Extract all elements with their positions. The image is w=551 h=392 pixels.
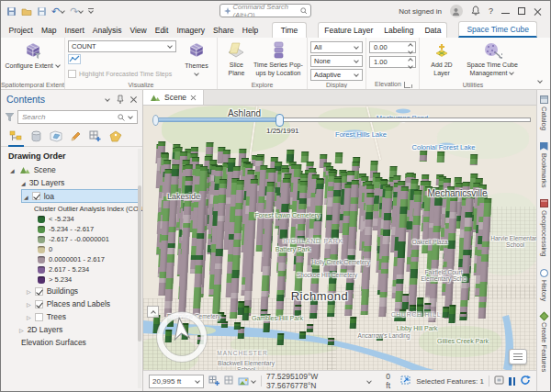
display-mode-icon[interactable] bbox=[238, 376, 256, 386]
expander-icon[interactable] bbox=[27, 299, 31, 308]
tree-item-3d-layers[interactable]: 3D Layers bbox=[1, 176, 142, 189]
display-combo-1[interactable]: None bbox=[310, 55, 363, 67]
save-as-icon[interactable] bbox=[37, 6, 47, 17]
scale-combo[interactable]: 20,995 ft bbox=[149, 375, 204, 388]
signin-status[interactable]: Not signed in bbox=[399, 7, 442, 16]
menu-tab-insert[interactable]: Insert bbox=[61, 23, 88, 38]
time-series-popups-button[interactable]: Time Series Pop-ups by Location bbox=[253, 40, 304, 78]
variable-combo[interactable]: COUNT bbox=[68, 40, 176, 52]
undo-icon[interactable]: ↶ bbox=[51, 6, 65, 17]
spinner-arrows[interactable] bbox=[408, 41, 413, 54]
tree-item-loa[interactable]: loa bbox=[21, 189, 139, 203]
minimize-button[interactable] bbox=[501, 13, 510, 14]
redo-icon[interactable]: ↷ bbox=[70, 6, 84, 17]
time-slider[interactable]: 1/25/1991 bbox=[154, 115, 531, 133]
help-icon[interactable]: ? bbox=[489, 6, 493, 16]
tab-drawing-order[interactable] bbox=[8, 129, 24, 147]
close-view-icon[interactable] bbox=[191, 95, 197, 100]
layer-checkbox[interactable] bbox=[32, 192, 40, 200]
command-search-input[interactable]: Command Search (Alt+Q) bbox=[219, 4, 311, 17]
contextual-tab-data[interactable]: Data bbox=[419, 23, 446, 38]
notifications-bell-icon[interactable] bbox=[471, 6, 480, 17]
menu-tab-help[interactable]: Help bbox=[238, 23, 262, 38]
map-extent-icon[interactable] bbox=[494, 375, 504, 386]
space-time-cube-management-button[interactable]: Space Time Cube Management bbox=[461, 40, 523, 78]
themes-button[interactable]: Themes bbox=[179, 40, 214, 78]
expander-icon[interactable] bbox=[24, 192, 28, 201]
tree-item-places-and-labels[interactable]: Places and Labels bbox=[1, 297, 142, 310]
panel-tab-geoprocessing[interactable]: Geoprocessing bbox=[540, 199, 548, 256]
filter-funnel-icon[interactable] bbox=[6, 113, 14, 121]
time-series-chart-icon[interactable] bbox=[68, 54, 176, 66]
tree-item-scene[interactable]: Scene bbox=[1, 163, 142, 176]
collapse-ribbon-button[interactable] bbox=[526, 38, 550, 89]
contents-scrollbar[interactable] bbox=[138, 149, 141, 388]
maximize-button[interactable] bbox=[518, 7, 525, 15]
tree-item-elevation-surfaces[interactable]: Elevation Surfaces bbox=[1, 336, 142, 349]
layer-checkbox[interactable] bbox=[35, 287, 43, 296]
menu-tab-map[interactable]: Map bbox=[37, 23, 61, 38]
menu-tab-project[interactable]: Project bbox=[5, 23, 37, 38]
pause-drawing-icon[interactable] bbox=[509, 377, 515, 386]
tree-item-buildings[interactable]: Buildings bbox=[1, 285, 142, 297]
close-panel-icon[interactable] bbox=[130, 96, 137, 103]
selected-features-icon[interactable] bbox=[400, 375, 411, 387]
add-2d-layer-button[interactable]: Add 2D Layer bbox=[422, 40, 461, 78]
expander-icon[interactable] bbox=[21, 178, 26, 187]
panel-tab-bookmarks[interactable]: Bookmarks bbox=[540, 142, 548, 188]
tab-time[interactable]: Time bbox=[272, 22, 308, 38]
tab-data-source[interactable] bbox=[29, 129, 43, 147]
tree-item-trees[interactable]: Trees bbox=[1, 310, 142, 323]
grid-add-icon[interactable] bbox=[208, 375, 219, 387]
expander-icon[interactable] bbox=[10, 165, 15, 174]
account-avatar[interactable] bbox=[450, 5, 463, 17]
search-options-chevron-icon[interactable] bbox=[128, 114, 133, 119]
refresh-icon[interactable] bbox=[520, 375, 531, 387]
scene-canvas[interactable]: AshlandMechumps PondForest Hills LakeCol… bbox=[143, 106, 536, 370]
menu-tab-imagery[interactable]: Imagery bbox=[173, 23, 209, 38]
expander-icon[interactable] bbox=[19, 325, 24, 334]
panel-tab-catalog[interactable]: Catalog bbox=[540, 95, 548, 130]
basemap-widget[interactable] bbox=[509, 349, 527, 364]
contextual-tab-labeling[interactable]: Labeling bbox=[378, 23, 419, 38]
open-project-icon[interactable] bbox=[21, 6, 32, 17]
menu-tab-analysis[interactable]: Analysis bbox=[88, 23, 126, 38]
scene-view-tab[interactable]: Scene bbox=[143, 90, 204, 105]
tree-item-2d-layers[interactable]: 2D Layers bbox=[1, 323, 142, 336]
tab-selection[interactable] bbox=[49, 129, 63, 147]
layer-checkbox[interactable] bbox=[35, 313, 43, 321]
slice-plane-button[interactable]: Slice Plane bbox=[220, 40, 253, 78]
panel-tab-create-features[interactable]: Create Features bbox=[540, 313, 548, 372]
expander-icon[interactable] bbox=[27, 286, 31, 296]
tab-space-time-cube[interactable]: Space Time Cube bbox=[458, 21, 537, 38]
elevation-spinner-0[interactable]: 0.00 bbox=[369, 41, 416, 53]
spin-down-icon[interactable] bbox=[408, 49, 413, 54]
layer-checkbox[interactable] bbox=[35, 300, 43, 308]
panel-tab-history[interactable]: History bbox=[540, 269, 548, 301]
time-slider-start-handle[interactable] bbox=[152, 115, 159, 126]
display-combo-0[interactable]: All bbox=[310, 41, 363, 53]
display-combo-2[interactable]: Adaptive bbox=[310, 69, 363, 81]
menu-tab-share[interactable]: Share bbox=[209, 23, 239, 38]
menu-tab-view[interactable]: View bbox=[126, 23, 151, 38]
customize-qat-icon[interactable] bbox=[88, 8, 94, 14]
spinner-arrows[interactable] bbox=[408, 56, 413, 69]
on-screen-navigator[interactable] bbox=[156, 311, 208, 363]
tab-snapping[interactable] bbox=[88, 129, 103, 147]
time-slider-handle[interactable] bbox=[276, 114, 284, 127]
coordinates-chevron-icon[interactable] bbox=[366, 378, 371, 383]
spin-down-icon[interactable] bbox=[408, 63, 413, 69]
spin-up-icon[interactable] bbox=[408, 58, 413, 63]
save-project-icon[interactable] bbox=[6, 6, 17, 17]
close-button[interactable] bbox=[534, 7, 542, 16]
grid-icon[interactable] bbox=[224, 375, 233, 387]
panel-menu-chevron-icon[interactable] bbox=[105, 96, 110, 102]
tab-labeling[interactable] bbox=[108, 129, 123, 147]
configure-extent-button[interactable]: Configure Extent bbox=[4, 40, 62, 72]
menu-tab-edit[interactable]: Edit bbox=[151, 23, 173, 38]
contextual-tab-feature-layer[interactable]: Feature Layer bbox=[319, 23, 378, 38]
spin-up-icon[interactable] bbox=[408, 43, 413, 49]
tab-editing[interactable] bbox=[69, 129, 83, 147]
dialog-launcher-icon[interactable] bbox=[404, 82, 410, 88]
expander-icon[interactable] bbox=[27, 312, 31, 321]
